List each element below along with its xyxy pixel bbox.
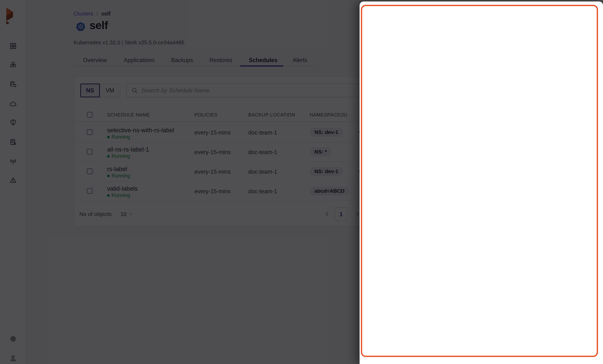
edit-backup-schedule-drawer: Edit Backup Schedule CLUSTER NAME: self …: [359, 1, 603, 364]
app-screen: Clusters / self self Kubernetes v1.32.0 …: [0, 0, 603, 364]
